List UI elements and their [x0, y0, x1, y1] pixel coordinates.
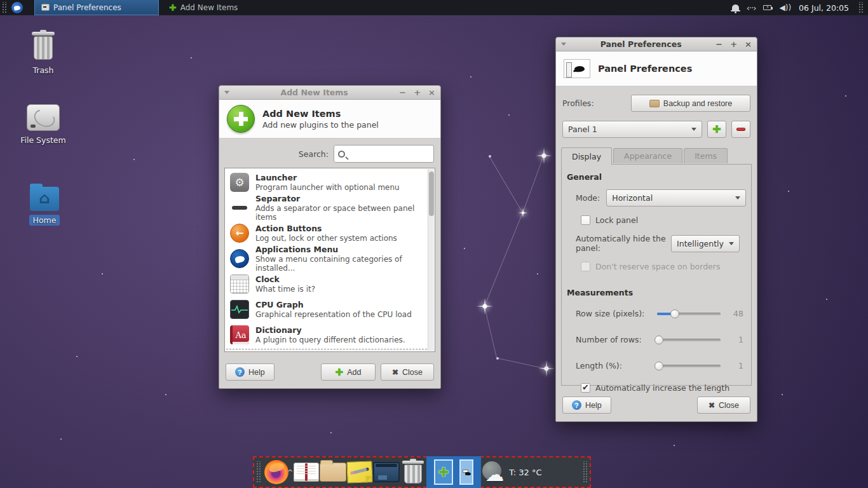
battery-icon[interactable]: ⚡ [763, 3, 771, 13]
panel-grip-right[interactable] [858, 2, 864, 13]
window-menu-icon[interactable] [224, 91, 229, 94]
auto-increase-checkbox[interactable] [581, 383, 590, 393]
close-button[interactable]: ✖Close [697, 396, 750, 414]
add-panel-button[interactable]: ✚ [707, 121, 726, 138]
backup-restore-button[interactable]: Backup and restore [631, 95, 750, 112]
list-item-separator[interactable]: SeparatorAdds a separator or space betwe… [225, 195, 435, 220]
item-desc: Log out, lock or other system actions [255, 234, 397, 243]
dock-item-add-new-items-selected[interactable]: ✚ [434, 459, 453, 485]
trash-icon [31, 30, 56, 61]
remove-panel-button[interactable] [731, 121, 750, 138]
mode-label: Mode: [576, 193, 600, 203]
list-item-launcher[interactable]: ⚙ LauncherProgram launcher with optional… [225, 170, 435, 195]
item-name: Launcher [255, 173, 400, 182]
search-icon [338, 151, 345, 158]
scrollbar-thumb[interactable] [429, 172, 434, 216]
window-title: Add New Items [229, 88, 399, 97]
lock-panel-checkbox[interactable] [581, 215, 590, 225]
length-slider[interactable] [657, 362, 721, 370]
plus-icon: ✚ [438, 464, 449, 480]
window-menu-icon[interactable] [561, 43, 566, 46]
minimize-button[interactable]: − [399, 88, 406, 97]
folder-icon [320, 463, 346, 482]
panel-preferences-icon [564, 59, 590, 78]
plugin-list[interactable]: ⚙ LauncherProgram launcher with optional… [224, 168, 435, 352]
maximize-button[interactable]: + [730, 40, 737, 48]
bottom-dock-panel: ^ ✚ ☁ T: 32 °C [253, 456, 591, 488]
list-scrollbar[interactable] [428, 169, 434, 351]
list-item-cpu-graph[interactable]: CPU GraphGraphical representation of the… [225, 297, 435, 322]
list-item-applications-menu[interactable]: Applications MenuShow a menu containing … [225, 246, 435, 271]
notifications-bell-icon[interactable] [732, 3, 739, 13]
list-item-dictionary[interactable]: Aa DictionaryA plugin to query different… [225, 322, 435, 348]
top-panel: Panel Preferences ✚ Add New Items ‹··› ⚡… [0, 0, 868, 15]
chevron-down-icon [691, 128, 696, 131]
rows-slider[interactable] [657, 336, 721, 344]
dictionary-icon: Aa [230, 325, 249, 344]
list-item-action-buttons[interactable]: ← Action ButtonsLog out, lock or other s… [225, 220, 435, 246]
minimize-button[interactable]: − [715, 40, 722, 48]
dock-item-dictionary[interactable] [293, 459, 320, 485]
tab-display[interactable]: Display [561, 147, 612, 165]
dock-item-trash[interactable] [400, 459, 426, 485]
maximize-button[interactable]: + [414, 88, 421, 97]
panel-select-value: Panel 1 [568, 125, 597, 134]
dock-item-firefox[interactable] [263, 459, 290, 485]
applications-menu-button[interactable] [9, 0, 25, 15]
taskbar-item-add-new-items[interactable]: ✚ Add New Items [163, 0, 244, 15]
close-button[interactable]: × [745, 40, 752, 48]
volume-icon[interactable]: ◀)) [779, 3, 791, 13]
tab-items[interactable]: Items [684, 148, 728, 163]
mode-select[interactable]: Horizontal [606, 189, 746, 207]
network-icon[interactable]: ‹··› [747, 3, 756, 13]
applications-menu-icon [230, 249, 249, 268]
notes-icon [347, 461, 373, 483]
dock-item-file-manager[interactable] [320, 459, 346, 485]
slider-handle[interactable] [654, 362, 663, 370]
close-button[interactable]: × [428, 88, 435, 97]
desktop-icon-trash[interactable]: Trash [13, 30, 74, 76]
clock[interactable]: 06 Jul, 20:05 [799, 3, 849, 13]
chevron-down-icon [729, 242, 734, 245]
add-dialog-titlebar[interactable]: Add New Items − + × [219, 86, 440, 100]
minus-icon [736, 128, 745, 131]
search-input[interactable] [334, 145, 434, 163]
dock-grip-right[interactable] [582, 461, 588, 483]
panel-grip-left[interactable] [1, 2, 8, 13]
add-label: Add [347, 368, 361, 377]
dock-item-panel-preferences-selected[interactable] [459, 459, 473, 485]
autohide-select[interactable]: Intelligently [671, 235, 740, 252]
dialog-subheading: Add new plugins to the panel [262, 120, 379, 130]
taskbar-item-panel-preferences[interactable]: Panel Preferences [34, 0, 159, 15]
add-button[interactable]: ✚Add [321, 363, 376, 381]
dock-item-weather[interactable]: ☁ [481, 459, 508, 485]
reserve-space-checkbox [581, 262, 590, 271]
pref-dialog-titlebar[interactable]: Panel Preferences − + × [556, 37, 757, 51]
window-title: Panel Preferences [566, 39, 715, 49]
help-button[interactable]: ?Help [226, 363, 275, 381]
search-label: Search: [299, 149, 329, 159]
help-button[interactable]: ?Help [562, 396, 611, 414]
tab-appearance[interactable]: Appearance [613, 148, 682, 163]
add-new-items-dialog: Add New Items − + × Add New Items Add ne… [219, 85, 441, 389]
panel-select[interactable]: Panel 1 [562, 121, 702, 138]
slider-handle[interactable] [670, 309, 679, 318]
desktop-icon-home[interactable]: Home [14, 187, 75, 226]
slider-handle[interactable] [654, 336, 663, 344]
dock-item-notes[interactable] [346, 459, 373, 485]
list-item-clock[interactable]: ClockWhat time is it? [225, 271, 435, 297]
dock-grip-left[interactable] [255, 461, 262, 483]
item-name: Separator [255, 194, 431, 203]
add-plus-icon [227, 105, 255, 133]
close-icon: ✖ [392, 368, 398, 377]
desktop-icon-file-system[interactable]: File System [13, 104, 74, 146]
backup-restore-label: Backup and restore [663, 99, 732, 108]
close-button[interactable]: ✖Close [381, 363, 434, 381]
close-label: Close [402, 368, 423, 377]
dialog-heading: Add New Items [262, 109, 379, 119]
plus-icon: ✚ [712, 125, 721, 135]
item-desc: Adds a separator or space between panel … [255, 204, 431, 222]
item-desc: Program launcher with optional menu [255, 183, 400, 192]
dock-item-terminal[interactable] [373, 459, 400, 485]
row-size-slider[interactable] [657, 309, 721, 318]
